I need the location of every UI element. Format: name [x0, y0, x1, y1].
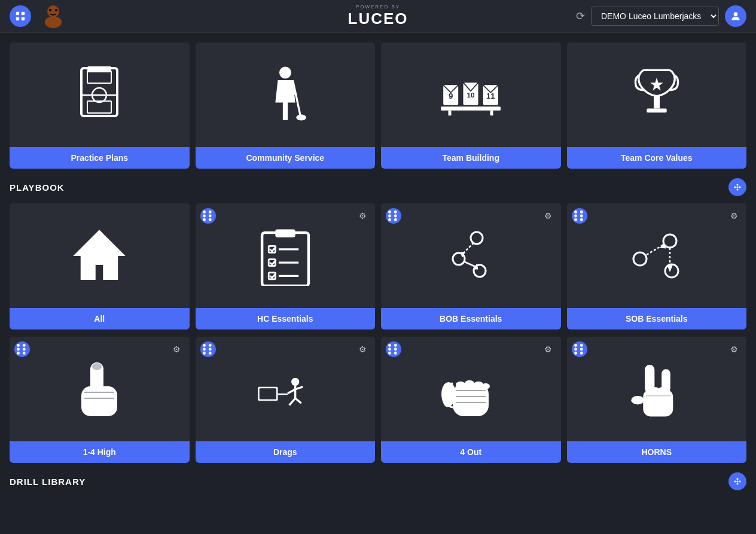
drags-drag-icon[interactable]	[200, 341, 216, 357]
hand-signal-icon	[441, 359, 501, 419]
grid-icon	[15, 11, 26, 22]
svg-rect-26	[449, 110, 452, 115]
svg-point-8	[734, 12, 738, 16]
1-4-drag-icon[interactable]	[14, 341, 30, 357]
card-practice-plans[interactable]: Practice Plans	[10, 42, 190, 169]
svg-point-80	[23, 344, 26, 347]
card-community-service-label: Community Service	[196, 147, 376, 169]
playbook-cards-row1: All ⚙	[10, 203, 746, 329]
svg-point-54	[394, 210, 397, 213]
svg-point-91	[208, 344, 211, 347]
svg-point-129	[658, 387, 667, 393]
team-icon: 9 10 11	[441, 65, 501, 125]
svg-text:10: 10	[467, 91, 475, 99]
svg-point-65	[574, 215, 577, 218]
card-drags-label: Drags	[196, 441, 376, 463]
grid-menu-button[interactable]	[10, 5, 31, 27]
4-out-drag-icon[interactable]	[386, 341, 401, 357]
svg-point-115	[456, 382, 465, 387]
card-all-image	[10, 203, 190, 308]
refresh-button[interactable]: ⟳	[576, 10, 585, 23]
drill-library-section-header: DRILL LIBRARY	[10, 472, 746, 490]
janitor-icon	[255, 65, 315, 125]
avatar-button[interactable]	[725, 5, 746, 27]
card-1-4-high[interactable]: ⚙ 1-4 High	[10, 337, 190, 463]
svg-point-4	[47, 5, 59, 17]
card-hc-essentials[interactable]: ⚙	[196, 203, 376, 329]
svg-point-122	[580, 344, 583, 347]
drag-handle-icon	[572, 337, 587, 379]
horns-sign-icon	[627, 359, 687, 419]
card-all-label: All	[10, 308, 190, 329]
4-out-settings-icon[interactable]: ⚙	[541, 341, 556, 357]
drag-handle-icon	[386, 337, 401, 379]
svg-point-130	[631, 395, 644, 404]
card-sob-essentials[interactable]: ⚙ SOB Essentials	[567, 203, 747, 329]
drill-library-title: DRILL LIBRARY	[10, 477, 86, 487]
drag-handle-icon	[572, 203, 587, 246]
svg-point-120	[574, 348, 577, 351]
card-drags[interactable]: ⚙	[196, 337, 376, 463]
1-4-settings-icon[interactable]: ⚙	[169, 341, 185, 357]
svg-point-133	[734, 480, 736, 482]
svg-line-102	[295, 398, 301, 403]
svg-point-69	[580, 218, 583, 221]
svg-point-103	[388, 344, 391, 347]
card-sob-essentials-label: SOB Essentials	[567, 308, 747, 329]
svg-point-64	[574, 210, 577, 213]
playbook-section-header: PLAYBOOK	[10, 178, 746, 196]
card-horns[interactable]: ⚙ HORN	[567, 337, 747, 463]
svg-point-53	[388, 218, 391, 221]
bob-play-diagram-icon	[441, 226, 501, 286]
svg-point-124	[580, 352, 583, 355]
card-team-building[interactable]: 9 10 11 Team Building	[381, 42, 561, 169]
drags-settings-icon[interactable]: ⚙	[355, 341, 370, 357]
playbook-section-icon-button[interactable]	[728, 178, 746, 196]
svg-point-79	[17, 352, 20, 355]
hc-settings-icon[interactable]: ⚙	[355, 208, 370, 224]
svg-point-134	[739, 480, 740, 482]
move-icon	[733, 182, 742, 192]
svg-point-104	[388, 348, 391, 351]
sob-drag-icon[interactable]	[572, 208, 587, 224]
card-all[interactable]: All	[10, 203, 190, 329]
svg-point-81	[23, 348, 26, 351]
svg-point-121	[574, 352, 577, 355]
bob-settings-icon[interactable]: ⚙	[541, 208, 556, 224]
drill-library-section-icon-button[interactable]	[728, 472, 746, 490]
svg-rect-1	[22, 12, 25, 15]
sob-settings-icon[interactable]: ⚙	[726, 208, 742, 224]
svg-point-82	[23, 352, 26, 355]
svg-point-119	[574, 344, 577, 347]
bob-drag-icon[interactable]	[386, 208, 401, 224]
svg-point-15	[279, 66, 291, 78]
card-4-out[interactable]: ⚙	[381, 337, 561, 463]
svg-point-90	[203, 352, 206, 355]
svg-point-93	[208, 352, 211, 355]
playbook-title: PLAYBOOK	[10, 182, 65, 193]
header-center: POWERED BY LUCEO	[348, 4, 409, 28]
user-icon	[730, 10, 742, 22]
card-community-service[interactable]: Community Service	[196, 42, 376, 169]
svg-rect-2	[16, 17, 19, 20]
svg-point-37	[203, 210, 206, 213]
horns-drag-icon[interactable]	[572, 341, 587, 357]
hc-drag-icon[interactable]	[200, 208, 216, 224]
card-bob-essentials[interactable]: ⚙ BOB Essentials	[381, 203, 561, 329]
horns-settings-icon[interactable]: ⚙	[726, 341, 742, 357]
svg-rect-27	[490, 110, 493, 115]
svg-point-66	[574, 218, 577, 221]
svg-point-40	[208, 210, 211, 213]
card-team-core-values[interactable]: Team Core Values	[567, 42, 747, 169]
svg-point-52	[388, 215, 391, 218]
svg-rect-3	[22, 17, 25, 20]
svg-point-77	[17, 344, 20, 347]
svg-point-106	[394, 344, 397, 347]
svg-point-55	[394, 215, 397, 218]
top-cards-grid: Practice Plans Community Service	[10, 42, 746, 169]
luceo-logo: POWERED BY LUCEO	[348, 4, 409, 28]
team-selector[interactable]: DEMO Luceo Lumberjacks	[591, 7, 719, 26]
svg-point-5	[45, 16, 62, 28]
clipboard-icon	[255, 226, 315, 286]
drag-play-icon	[255, 359, 315, 419]
